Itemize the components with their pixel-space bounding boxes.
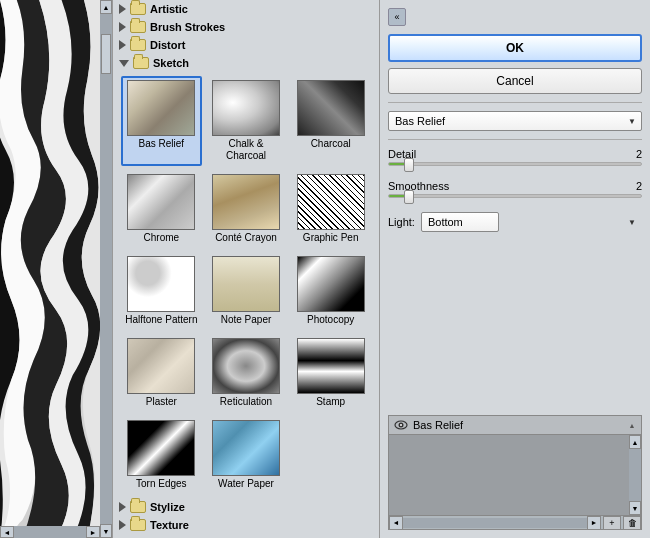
filter-label-graphic-pen: Graphic Pen — [303, 232, 359, 244]
smoothness-slider-thumb[interactable] — [404, 190, 414, 204]
smoothness-value: 2 — [626, 180, 642, 192]
filter-thumb-graphic-pen — [297, 174, 365, 230]
layer-scroll-up[interactable]: ▲ — [629, 435, 641, 449]
group-sketch-label: Sketch — [153, 57, 189, 69]
spacer — [388, 238, 642, 409]
layer-name: Bas Relief — [413, 419, 623, 431]
group-stylize-label: Stylize — [150, 501, 185, 513]
filter-thumb-halftone-pattern — [127, 256, 195, 312]
group-artistic-label: Artistic — [150, 3, 188, 15]
smoothness-label: Smoothness — [388, 180, 449, 192]
filter-thumb-conte-crayon — [212, 174, 280, 230]
filter-item-stamp[interactable]: Stamp — [290, 334, 371, 412]
layer-add-button[interactable]: + — [603, 516, 621, 530]
filter-label-conte-crayon: Conté Crayon — [215, 232, 277, 244]
light-row: Light: Bottom Bottom Left Bottom Right L… — [388, 212, 642, 232]
filter-thumb-bas-relief — [127, 80, 195, 136]
group-sketch[interactable]: Sketch — [113, 54, 379, 72]
scroll-up-arrow[interactable]: ▲ — [100, 0, 112, 14]
detail-param-row: Detail 2 — [388, 148, 642, 160]
filter-label-stamp: Stamp — [316, 396, 345, 408]
group-stylize[interactable]: Stylize — [113, 498, 379, 516]
folder-icon — [130, 3, 146, 15]
filter-item-note-paper[interactable]: Note Paper — [206, 252, 287, 330]
group-texture-label: Texture — [150, 519, 189, 531]
folder-icon — [130, 21, 146, 33]
filter-item-photocopy[interactable]: Photocopy — [290, 252, 371, 330]
filter-thumb-chrome — [127, 174, 195, 230]
filter-thumb-stamp — [297, 338, 365, 394]
group-distort[interactable]: Distort — [113, 36, 379, 54]
preview-scrollbar[interactable]: ▲ ▼ — [100, 0, 112, 538]
light-select[interactable]: Bottom Bottom Left Bottom Right Left Rig… — [421, 212, 499, 232]
ok-button[interactable]: OK — [388, 34, 642, 62]
layer-vscroll[interactable]: ▲ ▼ — [629, 435, 641, 515]
scroll-left-arrow[interactable]: ◄ — [0, 526, 14, 538]
filter-item-halftone-pattern[interactable]: Halftone Pattern — [121, 252, 202, 330]
layer-scroll-track — [629, 449, 641, 501]
filter-select[interactable]: Bas Relief Chalk & Charcoal Charcoal Chr… — [388, 111, 642, 131]
filter-item-chrome[interactable]: Chrome — [121, 170, 202, 248]
triangle-icon — [119, 4, 126, 14]
layer-hscroll-track — [403, 518, 587, 528]
filter-label-halftone-pattern: Halftone Pattern — [125, 314, 197, 326]
filter-thumb-plaster — [127, 338, 195, 394]
filter-item-water-paper[interactable]: Water Paper — [206, 416, 287, 494]
layer-delete-button[interactable]: 🗑 — [623, 516, 641, 530]
smoothness-slider-track[interactable] — [388, 194, 642, 198]
triangle-icon — [119, 502, 126, 512]
triangle-icon — [119, 60, 129, 67]
layer-preview — [389, 435, 629, 515]
filter-thumb-note-paper — [212, 256, 280, 312]
scroll-right-arrow[interactable]: ► — [86, 526, 100, 538]
preview-hscroll[interactable]: ◄ ► — [0, 526, 100, 538]
filter-item-conte-crayon[interactable]: Conté Crayon — [206, 170, 287, 248]
group-brush-strokes-label: Brush Strokes — [150, 21, 225, 33]
filter-label-charcoal: Charcoal — [311, 138, 351, 150]
filter-select-wrapper[interactable]: Bas Relief Chalk & Charcoal Charcoal Chr… — [388, 111, 642, 131]
controls-panel: « OK Cancel Bas Relief Chalk & Charcoal … — [380, 0, 650, 538]
detail-slider-container: Detail 2 — [388, 148, 642, 166]
layer-panel: Bas Relief ▲ ▲ ▼ ◄ ► + 🗑 — [388, 415, 642, 530]
triangle-icon — [119, 40, 126, 50]
folder-icon — [133, 57, 149, 69]
filter-label-chalk-charcoal: Chalk & Charcoal — [210, 138, 283, 162]
group-artistic[interactable]: Artistic — [113, 0, 379, 18]
eye-icon[interactable] — [393, 419, 409, 431]
filter-label-reticulation: Reticulation — [220, 396, 272, 408]
layer-scroll-down[interactable]: ▼ — [629, 501, 641, 515]
triangle-icon — [119, 22, 126, 32]
layer-scroll-arrow[interactable]: ▲ — [627, 420, 637, 430]
filter-thumb-photocopy — [297, 256, 365, 312]
collapse-button[interactable]: « — [388, 8, 406, 26]
filter-label-water-paper: Water Paper — [218, 478, 274, 490]
layer-body: ▲ ▼ — [389, 435, 641, 515]
layer-scroll-right[interactable]: ► — [587, 516, 601, 530]
filter-item-plaster[interactable]: Plaster — [121, 334, 202, 412]
filter-label-plaster: Plaster — [146, 396, 177, 408]
folder-icon — [130, 39, 146, 51]
svg-point-3 — [400, 424, 402, 426]
filter-item-graphic-pen[interactable]: Graphic Pen — [290, 170, 371, 248]
detail-slider-track[interactable] — [388, 162, 642, 166]
filter-label-note-paper: Note Paper — [221, 314, 272, 326]
scroll-down-arrow[interactable]: ▼ — [100, 524, 112, 538]
group-brush-strokes[interactable]: Brush Strokes — [113, 18, 379, 36]
filter-label-torn-edges: Torn Edges — [136, 478, 187, 490]
layer-scroll-left[interactable]: ◄ — [389, 516, 403, 530]
light-label: Light: — [388, 216, 415, 228]
light-select-wrapper[interactable]: Bottom Bottom Left Bottom Right Left Rig… — [421, 212, 642, 232]
divider-1 — [388, 102, 642, 103]
detail-slider-thumb[interactable] — [404, 158, 414, 172]
detail-value: 2 — [626, 148, 642, 160]
cancel-button[interactable]: Cancel — [388, 68, 642, 94]
filter-item-torn-edges[interactable]: Torn Edges — [121, 416, 202, 494]
filter-label-photocopy: Photocopy — [307, 314, 354, 326]
filter-item-bas-relief[interactable]: Bas Relief — [121, 76, 202, 166]
group-distort-label: Distort — [150, 39, 185, 51]
group-texture[interactable]: Texture — [113, 516, 379, 534]
filter-item-charcoal[interactable]: Charcoal — [290, 76, 371, 166]
triangle-icon — [119, 520, 126, 530]
filter-item-chalk-charcoal[interactable]: Chalk & Charcoal — [206, 76, 287, 166]
filter-item-reticulation[interactable]: Reticulation — [206, 334, 287, 412]
